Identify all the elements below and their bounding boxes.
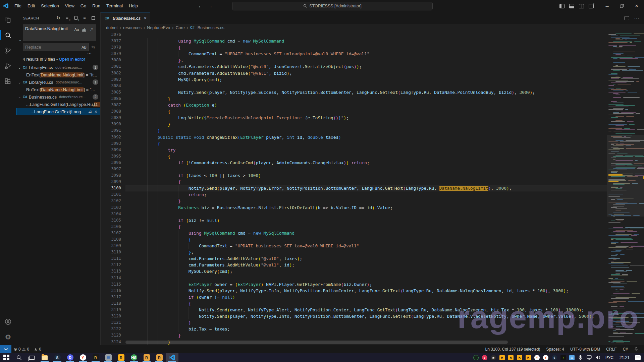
source-control-icon[interactable] [0,43,16,58]
code-line-3081[interactable]: 3081cmd.Parameters.AddWithValue("@val0",… [101,63,607,70]
new-search-editor-icon[interactable]: + [73,15,79,21]
search-view-icon[interactable] [0,27,16,43]
tray-yandex-2[interactable]: Y [542,353,550,362]
monitor-app[interactable]: ▦ [102,353,115,362]
preserve-case-toggle[interactable]: AB [81,44,87,50]
code-line-3103[interactable]: 3103Business biz = BusinessManager.BizLi… [101,204,607,211]
code-line-3105[interactable]: 3105if (biz != null) [101,217,607,224]
whole-word-toggle[interactable]: ab [81,26,87,33]
tray-display[interactable] [585,353,593,362]
code-line-3107[interactable]: 3107using MySqlCommand cmd = new MySqlCo… [101,230,607,236]
replace-input[interactable]: Replace AB [23,43,89,51]
dismiss-match-icon[interactable]: × [95,109,97,114]
code-line-3115[interactable]: 3115ExtPlayer owner = (ExtPlayer) NAPI.P… [101,281,607,288]
tray-rockstar-4[interactable]: R [524,353,532,362]
minimap[interactable] [607,32,644,345]
code-line-3095[interactable]: 3095{ [101,153,607,160]
tab-close-icon[interactable]: × [144,15,147,21]
notifications-bell-icon[interactable] [631,345,641,353]
tree-chevron-icon[interactable]: ⌄ [18,80,23,84]
menu-help[interactable]: Help [126,2,141,10]
code-line-3089[interactable]: 3089Log.Write($"createBusinessUnloadpoin… [101,115,607,121]
status-encoding[interactable]: UTF-8 with BOM [567,345,603,353]
nav-forward-icon[interactable]: → [208,3,213,9]
taskbar-search-button[interactable] [13,353,25,362]
breadcrumb-item[interactable]: resources [123,25,142,30]
replace-all-icon[interactable]: ⇆ [90,45,96,50]
start-button[interactable] [0,353,13,362]
vscode-logo-icon[interactable] [0,3,11,9]
customize-layout-icon[interactable] [589,4,594,8]
code-line-3096[interactable]: 3096if (!CommandsAccess.CanUseCmd(player… [101,160,607,166]
code-line-3087[interactable]: 3087catch (Exception e) [101,102,607,108]
code-line-3114[interactable]: 3114 [101,275,607,281]
menu-run[interactable]: Run [89,2,103,10]
status-indentation[interactable]: Spaces: 4 [543,345,567,353]
tray-red-app[interactable]: ∨ [481,353,489,362]
code-line-3077[interactable]: 3077using MySqlCommand cmd = new MySqlCo… [101,38,607,44]
breadcrumb-item[interactable]: dotnet [106,25,118,30]
result-file-row[interactable]: ⌄C#Businesses.csdotnet\resourc...2 [16,93,100,101]
tray-window-app[interactable]: ▤ [568,353,576,362]
code-line-3097[interactable]: 3097 [101,166,607,172]
code-line-3116[interactable]: 3116Notify.Send(player, NotifyType.Info,… [101,288,607,294]
action-center-icon[interactable] [635,355,641,360]
code-line-3112[interactable]: 3112cmd.Parameters.AddWithValue("@val1",… [101,262,607,268]
explorer-app[interactable] [38,353,51,362]
task-view-button[interactable] [25,353,38,362]
code-line-3122[interactable]: 3122biz.Tax = taxes; [101,326,607,332]
breadcrumb-item[interactable]: NeptuneEvo [147,25,170,30]
remote-indicator[interactable]: >< [0,345,11,353]
tray-microphone[interactable] [577,353,585,362]
r-tool-app-2[interactable]: R [153,353,166,362]
menu-edit[interactable]: Edit [24,2,38,10]
tree-chevron-icon[interactable]: ⌄ [18,95,23,99]
explorer-icon[interactable] [0,12,16,27]
code-line-3110[interactable]: 3110}; [101,249,607,255]
tab-businesses[interactable]: C# Businesses.cs × [101,12,150,24]
code-line-3111[interactable]: 3111cmd.Parameters.AddWithValue("@val0",… [101,255,607,262]
code-line-3084[interactable]: 3084 [101,83,607,89]
run-debug-icon[interactable] [0,58,16,74]
editor-more-actions-icon[interactable]: ⋯ [634,15,639,21]
code-line-3090[interactable]: 3090} [101,121,607,127]
tray-rockstar-2[interactable]: R [507,353,515,362]
toggle-sidebar-icon[interactable] [559,4,565,8]
code-line-3113[interactable]: 3113MySQL.Query(cmd); [101,268,607,275]
clock[interactable]: 21:21 [617,355,632,360]
steam-app[interactable]: S [51,353,64,362]
minimize-button[interactable]: ─ [600,0,614,12]
tray-ring[interactable] [472,353,480,362]
code-line-3082[interactable]: 3082cmd.Parameters.AddWithValue("@val1",… [101,70,607,76]
status-eol[interactable]: CRLF [603,345,620,353]
code-line-3106[interactable]: 3106{ [101,224,607,230]
refresh-icon[interactable]: ↻ [55,15,61,21]
tray-nvidia[interactable]: ◖ [559,353,567,362]
view-as-list-icon[interactable]: ≡ [82,15,88,21]
code-line-3099[interactable]: 3099{ [101,179,607,185]
result-match-row[interactable]: ...LangFunc.GetText(LangType.Ru, D... [16,101,100,108]
hs-app[interactable]: HS [127,353,140,362]
result-match-row[interactable]: EnText[DataName.NalogLimit] = "It... [16,71,100,78]
vscode-app[interactable] [166,353,178,362]
tray-steam[interactable]: S [550,353,558,362]
tree-chevron-icon[interactable]: ⌄ [18,66,23,69]
breadcrumb-item[interactable]: C#Businesses.cs [190,25,224,30]
discord-app[interactable]: D [64,353,76,362]
ragemp-app[interactable]: R [89,353,102,362]
ports-indicator[interactable]: 0 [32,345,44,353]
menu-terminal[interactable]: Terminal [103,2,126,10]
clear-results-icon[interactable]: ≡× [64,15,70,21]
menu-view[interactable]: View [62,2,77,10]
result-file-row[interactable]: ⌄C#LibraryEn.csdotnet\resourc...1 [16,64,100,71]
rockstar-launcher-app[interactable]: R [115,353,127,362]
collapse-all-icon[interactable]: − [90,15,96,21]
tray-spiral-app[interactable]: ◉ [489,353,497,362]
code-line-3085[interactable]: 3085Notify.Send(player, NotifyType.Succe… [101,89,607,96]
yandex-browser-app[interactable]: Y [76,353,89,362]
result-match-row[interactable]: RuText[DataName.NalogLimit] = "... [16,86,100,93]
code-line-3108[interactable]: 3108{ [101,236,607,243]
code-line-3118[interactable]: 3118{ [101,300,607,307]
menu-selection[interactable]: Selection [38,2,62,10]
result-match-row[interactable]: ...LangFunc.GetText(Lang...⇄× [16,108,100,115]
